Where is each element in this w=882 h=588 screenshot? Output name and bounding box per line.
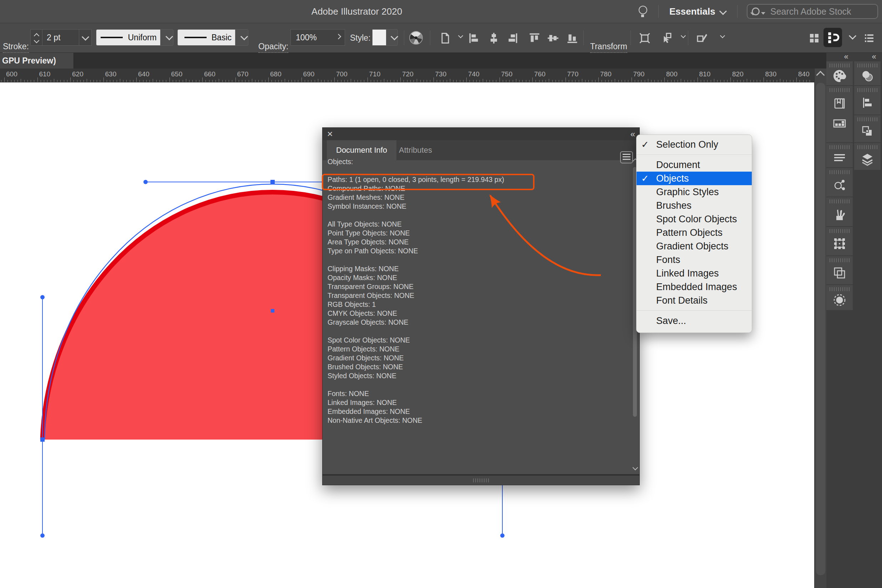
swatches-grid-icon[interactable] <box>832 116 847 130</box>
align-vertical-center-icon[interactable] <box>547 32 560 45</box>
control-bar: Stroke: 2 pt Uniform Basic Opacity: 100%… <box>0 23 882 53</box>
lightbulb-icon[interactable] <box>639 6 646 17</box>
dock-panel-button[interactable] <box>826 62 853 85</box>
ruler-tick <box>308 80 308 82</box>
handle-dot[interactable] <box>40 533 45 538</box>
horizontal-ruler[interactable]: 6006106206306406506606706806907007107207… <box>0 69 814 82</box>
brush-definition-select[interactable]: Basic <box>177 29 236 46</box>
chevron-down-icon[interactable] <box>849 32 856 40</box>
menu-item-pattern-objects[interactable]: Pattern Objects <box>636 226 752 239</box>
isolate-edit-icon[interactable] <box>695 32 708 45</box>
vertical-scrollbar[interactable] <box>814 69 827 588</box>
opacity-mask-icon[interactable] <box>832 293 847 307</box>
menu-item-graphic-styles[interactable]: Graphic Styles <box>636 185 752 199</box>
properties-lines-icon[interactable] <box>832 151 847 165</box>
arrange-documents-icon[interactable] <box>808 33 820 44</box>
collapse-dock-left[interactable]: « <box>826 53 853 62</box>
stroke-weight-field[interactable]: 2 pt <box>42 29 79 46</box>
menu-item-gradient-objects[interactable]: Gradient Objects <box>636 239 752 253</box>
color-palette-icon[interactable] <box>832 69 847 83</box>
brush-definition-dropdown[interactable] <box>236 29 248 46</box>
align-horizontal-left-icon[interactable] <box>468 32 481 45</box>
free-transform-icon[interactable] <box>832 237 847 251</box>
panel-menu-icon[interactable] <box>620 151 633 164</box>
align-panel-icon[interactable] <box>860 96 874 110</box>
dock-panel-button[interactable] <box>826 256 853 284</box>
dock-panel-button[interactable] <box>826 143 853 167</box>
libraries-book-icon[interactable] <box>832 96 847 110</box>
dock-panel-button[interactable] <box>826 227 853 255</box>
menu-item-linked-images[interactable]: Linked Images <box>636 267 752 280</box>
document-tab[interactable]: GPU Preview) <box>0 53 74 69</box>
pathfinder-icon[interactable] <box>860 124 874 138</box>
menu-item-brushes[interactable]: Brushes <box>636 199 752 212</box>
menu-item-fonts[interactable]: Fonts <box>636 253 752 267</box>
width-profile-select[interactable]: Uniform <box>96 29 160 46</box>
dock-panel-button[interactable] <box>826 197 853 226</box>
menu-item-save[interactable]: Save... <box>636 314 752 327</box>
dock-panel-button[interactable] <box>826 168 853 196</box>
ruler-tick <box>701 80 701 82</box>
dock-panel-button[interactable] <box>854 115 880 142</box>
align-vertical-top-icon[interactable] <box>528 32 541 45</box>
chevron-down-icon[interactable] <box>681 33 686 38</box>
graphic-style-swatch[interactable] <box>372 29 386 46</box>
handle-dot[interactable] <box>500 533 504 538</box>
transform-link[interactable]: Transform <box>590 42 627 53</box>
menu-item-font-details[interactable]: Font Details <box>636 294 752 307</box>
dock-panel-button[interactable] <box>826 285 853 310</box>
dock-panel-button[interactable] <box>854 62 880 85</box>
stroke-label[interactable]: Stroke: <box>3 42 29 53</box>
handle-dot[interactable] <box>143 180 148 184</box>
menu-item-selection-only[interactable]: ✓Selection Only <box>636 138 752 151</box>
opacity-field[interactable]: 100% <box>290 29 345 46</box>
anchor-point-top[interactable] <box>270 180 275 184</box>
menu-item-embedded-images[interactable]: Embedded Images <box>636 280 752 294</box>
anchor-point-bottom-left[interactable] <box>40 437 45 442</box>
dock-panel-button[interactable] <box>854 143 880 170</box>
ruler-tick <box>176 80 176 82</box>
chevron-down-icon[interactable] <box>720 33 725 38</box>
cc-share-icon[interactable] <box>832 178 847 192</box>
menu-list-icon[interactable] <box>864 33 875 44</box>
menu-item-document[interactable]: Document <box>636 158 752 172</box>
close-icon[interactable]: ✕ <box>327 130 333 138</box>
ruler-tick <box>671 80 672 82</box>
align-vertical-bottom-icon[interactable] <box>566 32 579 45</box>
stroke-weight-stepper[interactable] <box>30 29 42 46</box>
align-horizontal-center-icon[interactable] <box>488 32 500 45</box>
document-setup-icon[interactable] <box>439 32 452 45</box>
shape-center-marker[interactable] <box>271 309 274 312</box>
transparency-icon[interactable] <box>860 69 874 83</box>
layers-icon[interactable] <box>860 152 874 166</box>
menu-item-objects[interactable]: ✓Objects <box>636 172 752 185</box>
stroke-weight-dropdown[interactable] <box>79 29 92 46</box>
ruler-label: 700 <box>336 70 348 78</box>
panel-resize-bar[interactable] <box>322 474 639 485</box>
workspace-switcher[interactable]: Essentials <box>669 0 726 23</box>
chevron-down-icon[interactable] <box>458 33 463 38</box>
ruler-tick <box>11 80 11 82</box>
align-horizontal-right-icon[interactable] <box>506 32 519 45</box>
artboards-icon[interactable] <box>832 266 847 280</box>
dock-panel-button[interactable] <box>826 86 853 142</box>
dock-panel-button[interactable] <box>854 86 880 114</box>
collapse-panel-icon[interactable]: « <box>630 129 634 139</box>
bounding-box-icon[interactable] <box>638 32 651 45</box>
scrollbar-thumb[interactable] <box>816 83 825 575</box>
snap-options-button-active[interactable] <box>824 28 842 47</box>
select-similar-icon[interactable] <box>660 32 673 45</box>
recolor-artwork-icon[interactable] <box>409 31 423 45</box>
graphic-style-dropdown[interactable] <box>386 29 398 46</box>
brushes-cup-icon[interactable] <box>832 207 847 222</box>
ruler-tick <box>654 80 655 82</box>
handle-dot[interactable] <box>40 295 45 299</box>
adobe-stock-search-input[interactable]: Search Adobe Stock <box>747 4 878 19</box>
opacity-label[interactable]: Opacity: <box>258 42 288 53</box>
ruler-tick <box>338 80 338 82</box>
menu-item-spot-color-objects[interactable]: Spot Color Objects <box>636 212 752 226</box>
width-profile-dropdown[interactable] <box>160 29 173 46</box>
scroll-down-icon[interactable] <box>633 465 638 471</box>
collapse-dock-right[interactable]: « <box>854 53 880 62</box>
scroll-up-icon[interactable] <box>816 70 825 79</box>
